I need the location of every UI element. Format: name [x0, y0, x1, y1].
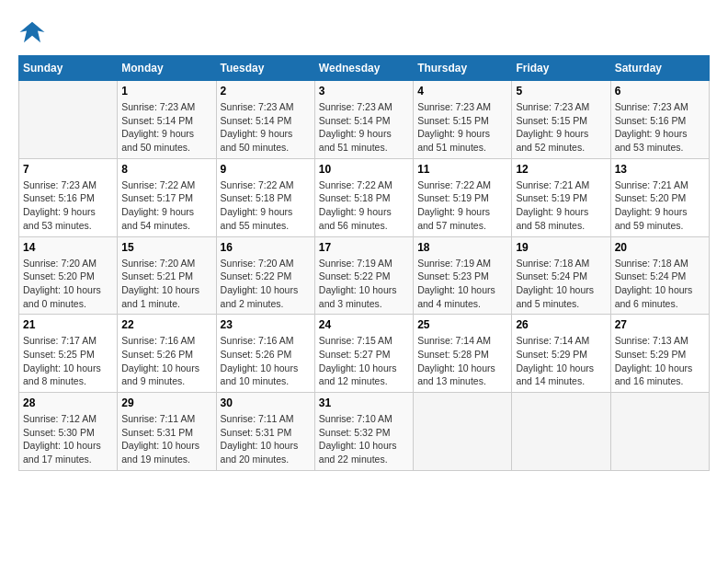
day-number: 8	[121, 163, 211, 176]
day-info: Sunrise: 7:16 AM Sunset: 5:26 PM Dayligh…	[221, 334, 311, 388]
day-number: 11	[417, 163, 507, 176]
day-number: 18	[417, 241, 507, 254]
day-info: Sunrise: 7:12 AM Sunset: 5:30 PM Dayligh…	[23, 412, 113, 466]
calendar-cell: 23Sunrise: 7:16 AM Sunset: 5:26 PM Dayli…	[216, 315, 314, 393]
day-info: Sunrise: 7:20 AM Sunset: 5:20 PM Dayligh…	[23, 257, 113, 311]
calendar-cell: 19Sunrise: 7:18 AM Sunset: 5:24 PM Dayli…	[512, 236, 610, 315]
calendar-cell: 21Sunrise: 7:17 AM Sunset: 5:25 PM Dayli…	[19, 315, 118, 393]
day-number: 29	[121, 396, 211, 409]
calendar-cell: 24Sunrise: 7:15 AM Sunset: 5:27 PM Dayli…	[314, 315, 413, 393]
week-row-3: 14Sunrise: 7:20 AM Sunset: 5:20 PM Dayli…	[19, 236, 710, 315]
calendar-cell: 10Sunrise: 7:22 AM Sunset: 5:18 PM Dayli…	[314, 158, 413, 236]
day-number: 10	[319, 163, 409, 176]
day-number: 1	[121, 85, 211, 98]
calendar-cell: 31Sunrise: 7:10 AM Sunset: 5:32 PM Dayli…	[314, 393, 413, 471]
day-info: Sunrise: 7:20 AM Sunset: 5:22 PM Dayligh…	[221, 257, 311, 311]
day-number: 20	[615, 241, 705, 254]
column-header-thursday: Thursday	[414, 56, 512, 81]
calendar-cell: 17Sunrise: 7:19 AM Sunset: 5:22 PM Dayli…	[314, 236, 413, 315]
day-info: Sunrise: 7:23 AM Sunset: 5:14 PM Dayligh…	[319, 100, 409, 155]
day-info: Sunrise: 7:23 AM Sunset: 5:16 PM Dayligh…	[615, 100, 705, 155]
calendar-cell: 6Sunrise: 7:23 AM Sunset: 5:16 PM Daylig…	[610, 81, 709, 159]
day-number: 13	[615, 163, 705, 176]
day-info: Sunrise: 7:11 AM Sunset: 5:31 PM Dayligh…	[221, 412, 311, 466]
calendar-cell: 9Sunrise: 7:22 AM Sunset: 5:18 PM Daylig…	[216, 158, 314, 236]
day-info: Sunrise: 7:15 AM Sunset: 5:27 PM Dayligh…	[319, 334, 409, 388]
calendar-cell: 16Sunrise: 7:20 AM Sunset: 5:22 PM Dayli…	[216, 236, 314, 315]
day-info: Sunrise: 7:16 AM Sunset: 5:26 PM Dayligh…	[121, 334, 211, 388]
calendar-cell: 7Sunrise: 7:23 AM Sunset: 5:16 PM Daylig…	[19, 158, 118, 236]
day-info: Sunrise: 7:22 AM Sunset: 5:19 PM Dayligh…	[417, 178, 507, 233]
day-number: 7	[23, 163, 113, 176]
day-info: Sunrise: 7:22 AM Sunset: 5:18 PM Dayligh…	[221, 178, 311, 233]
calendar-cell: 22Sunrise: 7:16 AM Sunset: 5:26 PM Dayli…	[118, 315, 216, 393]
calendar-cell: 8Sunrise: 7:22 AM Sunset: 5:17 PM Daylig…	[118, 158, 216, 236]
day-number: 12	[516, 163, 606, 176]
calendar-cell: 12Sunrise: 7:21 AM Sunset: 5:19 PM Dayli…	[512, 158, 610, 236]
calendar-cell: 29Sunrise: 7:11 AM Sunset: 5:31 PM Dayli…	[118, 393, 216, 471]
day-number: 27	[615, 318, 705, 331]
day-number: 3	[319, 85, 409, 98]
column-header-monday: Monday	[118, 56, 216, 81]
day-number: 28	[23, 396, 113, 409]
day-number: 17	[319, 241, 409, 254]
calendar-cell: 28Sunrise: 7:12 AM Sunset: 5:30 PM Dayli…	[19, 393, 118, 471]
week-row-2: 7Sunrise: 7:23 AM Sunset: 5:16 PM Daylig…	[19, 158, 710, 236]
column-header-tuesday: Tuesday	[216, 56, 314, 81]
column-header-sunday: Sunday	[19, 56, 118, 81]
calendar-cell: 2Sunrise: 7:23 AM Sunset: 5:14 PM Daylig…	[216, 81, 314, 159]
svg-marker-0	[20, 22, 45, 43]
day-number: 5	[516, 85, 606, 98]
day-number: 19	[516, 241, 606, 254]
day-number: 31	[319, 396, 409, 409]
day-info: Sunrise: 7:19 AM Sunset: 5:23 PM Dayligh…	[417, 257, 507, 311]
day-number: 14	[23, 241, 113, 254]
calendar-cell: 13Sunrise: 7:21 AM Sunset: 5:20 PM Dayli…	[610, 158, 709, 236]
calendar-cell: 4Sunrise: 7:23 AM Sunset: 5:15 PM Daylig…	[414, 81, 512, 159]
calendar-cell	[19, 81, 118, 159]
day-info: Sunrise: 7:14 AM Sunset: 5:29 PM Dayligh…	[516, 334, 606, 388]
logo	[18, 18, 50, 46]
calendar-cell: 18Sunrise: 7:19 AM Sunset: 5:23 PM Dayli…	[414, 236, 512, 315]
calendar-cell: 25Sunrise: 7:14 AM Sunset: 5:28 PM Dayli…	[414, 315, 512, 393]
day-info: Sunrise: 7:22 AM Sunset: 5:17 PM Dayligh…	[121, 178, 211, 233]
day-number: 9	[221, 163, 311, 176]
day-info: Sunrise: 7:23 AM Sunset: 5:14 PM Dayligh…	[221, 100, 311, 155]
calendar-cell: 14Sunrise: 7:20 AM Sunset: 5:20 PM Dayli…	[19, 236, 118, 315]
calendar-cell	[512, 393, 610, 471]
day-info: Sunrise: 7:23 AM Sunset: 5:14 PM Dayligh…	[121, 100, 211, 155]
day-info: Sunrise: 7:17 AM Sunset: 5:25 PM Dayligh…	[23, 334, 113, 388]
day-number: 26	[516, 318, 606, 331]
day-number: 21	[23, 318, 113, 331]
calendar-cell	[414, 393, 512, 471]
day-info: Sunrise: 7:18 AM Sunset: 5:24 PM Dayligh…	[516, 257, 606, 311]
day-info: Sunrise: 7:23 AM Sunset: 5:16 PM Dayligh…	[23, 178, 113, 233]
column-header-saturday: Saturday	[610, 56, 709, 81]
logo-bird-icon	[18, 18, 46, 46]
day-info: Sunrise: 7:21 AM Sunset: 5:19 PM Dayligh…	[516, 178, 606, 233]
page-header	[18, 18, 710, 46]
calendar-cell: 30Sunrise: 7:11 AM Sunset: 5:31 PM Dayli…	[216, 393, 314, 471]
day-number: 24	[319, 318, 409, 331]
day-info: Sunrise: 7:13 AM Sunset: 5:29 PM Dayligh…	[615, 334, 705, 388]
day-number: 4	[417, 85, 507, 98]
day-info: Sunrise: 7:21 AM Sunset: 5:20 PM Dayligh…	[615, 178, 705, 233]
day-info: Sunrise: 7:23 AM Sunset: 5:15 PM Dayligh…	[417, 100, 507, 155]
day-info: Sunrise: 7:18 AM Sunset: 5:24 PM Dayligh…	[615, 257, 705, 311]
calendar-body: 1Sunrise: 7:23 AM Sunset: 5:14 PM Daylig…	[19, 81, 710, 471]
calendar-cell	[610, 393, 709, 471]
calendar-cell: 15Sunrise: 7:20 AM Sunset: 5:21 PM Dayli…	[118, 236, 216, 315]
calendar-cell: 26Sunrise: 7:14 AM Sunset: 5:29 PM Dayli…	[512, 315, 610, 393]
day-info: Sunrise: 7:23 AM Sunset: 5:15 PM Dayligh…	[516, 100, 606, 155]
day-number: 16	[221, 241, 311, 254]
day-info: Sunrise: 7:11 AM Sunset: 5:31 PM Dayligh…	[121, 412, 211, 466]
day-number: 30	[221, 396, 311, 409]
day-number: 6	[615, 85, 705, 98]
calendar-header-row: SundayMondayTuesdayWednesdayThursdayFrid…	[19, 56, 710, 81]
day-number: 15	[121, 241, 211, 254]
calendar-table: SundayMondayTuesdayWednesdayThursdayFrid…	[18, 55, 710, 471]
calendar-cell: 3Sunrise: 7:23 AM Sunset: 5:14 PM Daylig…	[314, 81, 413, 159]
day-number: 22	[121, 318, 211, 331]
day-number: 25	[417, 318, 507, 331]
week-row-5: 28Sunrise: 7:12 AM Sunset: 5:30 PM Dayli…	[19, 393, 710, 471]
